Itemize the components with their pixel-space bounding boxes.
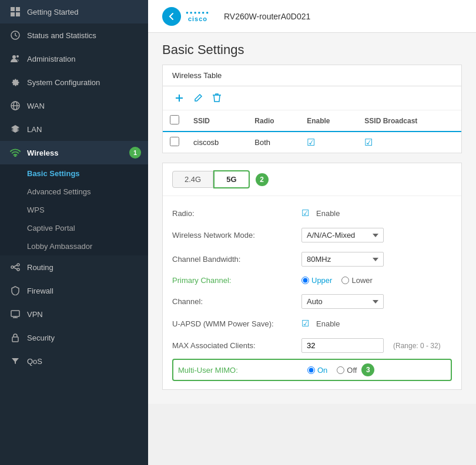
radio-config-card: 2.4G 5G 2 Radio: ☑ Enable Wireless Netwo… — [162, 163, 462, 390]
uapsd-row: U-APSD (WMM Power Save): ☑ Enable — [172, 314, 452, 333]
wireless-mode-value: A/N/AC-Mixed — [301, 228, 384, 242]
tab-badge: 2 — [256, 173, 269, 186]
header: ●●●●●● cisco RV260W-routerA0D021 — [148, 0, 476, 33]
max-clients-input[interactable] — [301, 338, 384, 353]
svg-point-11 — [11, 266, 14, 268]
edit-button[interactable] — [191, 91, 205, 105]
routing-icon — [9, 261, 21, 273]
wireless-mode-row: Wireless Network Mode: A/N/AC-Mixed — [172, 223, 452, 247]
filter-icon — [9, 355, 21, 367]
wireless-mode-label: Wireless Network Mode: — [172, 231, 301, 240]
svg-point-6 — [16, 55, 19, 58]
radio-value: Both — [247, 132, 300, 153]
mu-mimo-on-label: On — [317, 366, 327, 375]
submenu-lobby-ambassador[interactable]: Lobby Ambassador — [0, 237, 148, 255]
sidebar-item-wan[interactable]: WAN — [0, 94, 148, 117]
primary-channel-label: Primary Channel: — [172, 276, 301, 285]
radio-label: Radio: — [172, 209, 301, 218]
submenu-basic-settings[interactable]: Basic Settings — [0, 164, 148, 183]
primary-channel-lower-label: Lower — [351, 276, 372, 285]
svg-point-12 — [17, 264, 19, 266]
uapsd-value: ☑ Enable — [301, 318, 340, 329]
channel-bw-value: 80MHz — [301, 252, 384, 267]
sidebar-item-lan[interactable]: LAN — [0, 117, 148, 141]
sidebar-label-wireless: Wireless — [27, 149, 58, 157]
svg-point-13 — [17, 268, 19, 271]
primary-channel-upper-option[interactable]: Upper — [301, 276, 332, 285]
col-ssid-broadcast: SSID Broadcast — [357, 110, 461, 132]
enable-check: ☑ — [300, 132, 357, 153]
sidebar-item-status[interactable]: Status and Statistics — [0, 23, 148, 47]
channel-row: Channel: Auto — [172, 289, 452, 314]
sidebar-label-getting-started: Getting Started — [27, 8, 78, 16]
tab-2.4g[interactable]: 2.4G — [172, 171, 213, 188]
monitor-icon — [9, 308, 21, 320]
content-area: Wireless Table SSID Radio — [148, 65, 476, 404]
wireless-table: SSID Radio Enable SSID Broadcast ciscosb… — [163, 110, 461, 153]
sidebar-label-administration: Administration — [27, 55, 75, 63]
sidebar-item-wireless[interactable]: Wireless 1 — [0, 141, 148, 164]
sidebar-item-qos[interactable]: QoS — [0, 349, 148, 373]
row-checkbox[interactable] — [170, 137, 179, 146]
users-icon — [9, 53, 21, 65]
sidebar-item-administration[interactable]: Administration — [0, 47, 148, 70]
sidebar-item-security[interactable]: Security — [0, 326, 148, 349]
sidebar-label-wan: WAN — [27, 102, 45, 110]
channel-bw-row: Channel Bandwidth: 80MHz — [172, 247, 452, 271]
sidebar-item-getting-started[interactable]: Getting Started — [0, 0, 148, 23]
wireless-table-header: Wireless Table — [163, 65, 461, 86]
wireless-mode-select[interactable]: A/N/AC-Mixed — [301, 228, 384, 242]
svg-rect-2 — [11, 12, 15, 16]
svg-point-10 — [15, 156, 16, 157]
svg-line-15 — [14, 268, 17, 269]
submenu-advanced-settings[interactable]: Advanced Settings — [0, 183, 148, 201]
svg-rect-0 — [11, 7, 15, 11]
gear-icon — [9, 76, 21, 88]
primary-channel-lower-option[interactable]: Lower — [341, 276, 372, 285]
svg-rect-16 — [11, 311, 19, 316]
uapsd-label: U-APSD (WMM Power Save): — [172, 319, 301, 328]
svg-rect-19 — [12, 337, 18, 342]
max-clients-row: MAX Associated Clients: (Range: 0 - 32) — [172, 333, 452, 358]
delete-button[interactable] — [210, 91, 224, 105]
sidebar-item-firewall[interactable]: Firewall — [0, 279, 148, 302]
mu-mimo-off-radio[interactable] — [337, 366, 344, 374]
primary-channel-value: Upper Lower — [301, 276, 373, 285]
ssid-value: ciscosb — [186, 132, 247, 153]
sidebar-label-vpn: VPN — [27, 310, 43, 319]
radio-tabs: 2.4G 5G 2 — [163, 163, 461, 196]
main-content: ●●●●●● cisco RV260W-routerA0D021 Basic S… — [148, 0, 476, 465]
wifi-icon — [9, 147, 21, 159]
lock-icon — [9, 332, 21, 343]
primary-channel-upper-radio[interactable] — [301, 277, 309, 284]
sidebar-label-firewall: Firewall — [27, 287, 53, 295]
svg-rect-1 — [16, 7, 20, 11]
wireless-submenu: Basic Settings Advanced Settings WPS Cap… — [0, 164, 148, 255]
sidebar-item-routing[interactable]: Routing — [0, 255, 148, 279]
mu-mimo-badge: 3 — [361, 363, 374, 376]
chart-icon — [9, 29, 21, 41]
cisco-text: ●●●●●● cisco — [186, 10, 210, 22]
sidebar-item-system-config[interactable]: System Configuration — [0, 70, 148, 94]
globe-icon — [9, 100, 21, 112]
sidebar-label-security: Security — [27, 333, 55, 342]
mu-mimo-on-radio[interactable] — [307, 366, 315, 374]
mu-mimo-off-label: Off — [347, 366, 357, 375]
back-icon[interactable] — [162, 7, 181, 26]
svg-line-14 — [14, 265, 17, 267]
sidebar-item-vpn[interactable]: VPN — [0, 302, 148, 326]
max-clients-range: (Range: 0 - 32) — [393, 342, 441, 350]
channel-label: Channel: — [172, 297, 301, 306]
submenu-wps[interactable]: WPS — [0, 201, 148, 219]
submenu-captive-portal[interactable]: Captive Portal — [0, 219, 148, 237]
max-clients-value: (Range: 0 - 32) — [301, 338, 441, 353]
channel-bw-select[interactable]: 80MHz — [301, 252, 384, 267]
col-radio: Radio — [247, 110, 300, 132]
channel-select[interactable]: Auto — [301, 294, 384, 309]
tab-5g[interactable]: 5G — [213, 170, 249, 188]
mu-mimo-off-option[interactable]: Off — [337, 366, 357, 375]
add-button[interactable] — [172, 91, 186, 105]
primary-channel-lower-radio[interactable] — [341, 277, 349, 284]
mu-mimo-on-option[interactable]: On — [307, 366, 327, 375]
select-all-checkbox[interactable] — [170, 115, 179, 124]
